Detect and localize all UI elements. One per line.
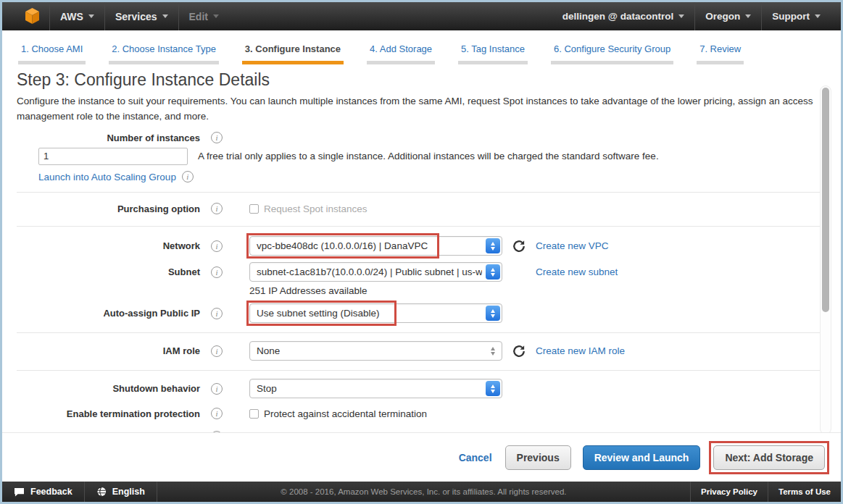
chevron-down-icon bbox=[162, 14, 168, 18]
subnet-select-value: subnet-c1ac81b7(10.0.0.0/24) | Public su… bbox=[257, 266, 482, 277]
refresh-icon[interactable] bbox=[512, 345, 526, 358]
subnet-label: Subnet bbox=[17, 266, 200, 277]
chevron-down-icon bbox=[88, 14, 94, 18]
request-spot-instances-checkbox[interactable] bbox=[249, 204, 259, 214]
globe-icon bbox=[96, 487, 107, 497]
services-menu-label: Services bbox=[115, 11, 157, 22]
region-menu-label: Oregon bbox=[705, 11, 740, 22]
tab-choose-ami[interactable]: 1. Choose AMI bbox=[18, 43, 86, 64]
tab-configure-instance[interactable]: 3. Configure Instance bbox=[242, 43, 344, 64]
configure-instance-form: Number of instances i A free trial only … bbox=[2, 131, 841, 446]
ip-addresses-available-text: 251 IP Addresses available bbox=[249, 285, 841, 297]
region-menu[interactable]: Oregon bbox=[695, 2, 761, 30]
page-title: Step 3: Configure Instance Details bbox=[17, 70, 841, 90]
console-footer: Feedback English © 2008 - 2016, Amazon W… bbox=[2, 482, 841, 502]
refresh-icon[interactable] bbox=[512, 240, 526, 253]
info-icon[interactable]: i bbox=[211, 383, 223, 395]
chevron-down-icon bbox=[678, 14, 684, 18]
select-stepper-icon bbox=[486, 381, 500, 396]
copyright-text: © 2008 - 2016, Amazon Web Services, Inc.… bbox=[157, 487, 690, 496]
terms-of-use-link[interactable]: Terms of Use bbox=[768, 482, 841, 502]
tab-tag-instance[interactable]: 5. Tag Instance bbox=[458, 43, 528, 64]
top-navbar: AWS Services Edit dellingen @ datacontro… bbox=[2, 2, 841, 30]
chevron-down-icon bbox=[745, 14, 751, 18]
shutdown-behavior-select[interactable]: Stop bbox=[249, 379, 502, 398]
number-of-instances-input[interactable] bbox=[38, 148, 188, 165]
account-menu-label: dellingen @ datacontrol bbox=[562, 11, 673, 22]
select-stepper-icon bbox=[486, 306, 500, 321]
info-icon[interactable]: i bbox=[211, 345, 223, 357]
aws-console-window: AWS Services Edit dellingen @ datacontro… bbox=[0, 0, 843, 504]
edit-menu[interactable]: Edit bbox=[179, 2, 229, 30]
aws-cube-logo-icon[interactable] bbox=[24, 7, 41, 25]
edit-menu-label: Edit bbox=[189, 11, 208, 22]
create-new-subnet-link[interactable]: Create new subnet bbox=[536, 266, 618, 277]
network-label: Network bbox=[17, 240, 200, 251]
enable-termination-protection-label: Enable termination protection bbox=[17, 408, 200, 419]
cancel-link[interactable]: Cancel bbox=[459, 452, 492, 463]
section-divider bbox=[17, 226, 828, 227]
section-divider bbox=[17, 192, 828, 193]
auto-assign-public-ip-select[interactable]: Use subnet setting (Disable) bbox=[249, 303, 502, 323]
info-icon[interactable]: i bbox=[211, 203, 223, 214]
language-button[interactable]: English bbox=[85, 482, 157, 502]
network-select[interactable]: vpc-bbe408dc (10.0.0.0/16) | DanaVPC bbox=[249, 236, 502, 256]
speech-bubble-icon bbox=[14, 487, 25, 497]
feedback-label: Feedback bbox=[30, 487, 72, 497]
tab-choose-instance-type[interactable]: 2. Choose Instance Type bbox=[109, 43, 219, 64]
scrollbar-thumb[interactable] bbox=[822, 88, 829, 312]
wizard-step-tabs: 1. Choose AMI 2. Choose Instance Type 3.… bbox=[2, 30, 841, 64]
previous-button[interactable]: Previous bbox=[505, 445, 571, 470]
chevron-down-icon bbox=[815, 14, 821, 18]
select-stepper-icon bbox=[486, 343, 500, 358]
info-icon[interactable]: i bbox=[211, 308, 223, 319]
launch-into-auto-scaling-group-link[interactable]: Launch into Auto Scaling Group bbox=[38, 172, 176, 182]
info-icon[interactable]: i bbox=[211, 408, 223, 419]
account-menu[interactable]: dellingen @ datacontrol bbox=[552, 2, 694, 30]
section-divider bbox=[17, 370, 828, 371]
create-new-vpc-link[interactable]: Create new VPC bbox=[536, 240, 609, 251]
iam-role-select[interactable]: None bbox=[249, 341, 502, 361]
main-content: Step 3: Configure Instance Details Confi… bbox=[2, 64, 841, 482]
section-divider bbox=[17, 332, 828, 333]
create-new-iam-role-link[interactable]: Create new IAM role bbox=[536, 345, 625, 356]
chevron-down-icon bbox=[213, 14, 219, 18]
services-menu[interactable]: Services bbox=[105, 2, 178, 30]
purchasing-option-label: Purchasing option bbox=[17, 203, 200, 214]
free-trial-helper-text: A free trial only applies to a single in… bbox=[198, 151, 659, 161]
network-select-value: vpc-bbe408dc (10.0.0.0/16) | DanaVPC bbox=[257, 240, 428, 251]
support-menu-label: Support bbox=[772, 11, 810, 22]
tab-add-storage[interactable]: 4. Add Storage bbox=[367, 43, 435, 64]
request-spot-instances-checkbox-label: Request Spot instances bbox=[264, 203, 367, 214]
tab-configure-security-group[interactable]: 6. Configure Security Group bbox=[551, 43, 673, 64]
subnet-select[interactable]: subnet-c1ac81b7(10.0.0.0/24) | Public su… bbox=[249, 262, 502, 282]
wizard-action-bar: Cancel Previous Review and Launch Next: … bbox=[2, 432, 841, 482]
info-icon[interactable]: i bbox=[182, 171, 194, 182]
info-icon[interactable]: i bbox=[211, 266, 223, 278]
shutdown-behavior-label: Shutdown behavior bbox=[17, 383, 200, 394]
privacy-policy-link[interactable]: Privacy Policy bbox=[691, 482, 768, 502]
page-description: Configure the instance to suit your requ… bbox=[17, 93, 818, 124]
select-stepper-icon bbox=[486, 264, 500, 280]
auto-assign-public-ip-select-value: Use subnet setting (Disable) bbox=[257, 308, 380, 319]
termination-protection-checkbox-label: Protect against accidental termination bbox=[264, 408, 427, 419]
tab-review[interactable]: 7. Review bbox=[697, 43, 744, 64]
review-and-launch-button[interactable]: Review and Launch bbox=[583, 445, 701, 470]
shutdown-behavior-select-value: Stop bbox=[257, 383, 277, 394]
feedback-button[interactable]: Feedback bbox=[2, 482, 84, 502]
iam-role-select-value: None bbox=[257, 345, 280, 356]
aws-menu-label: AWS bbox=[60, 11, 83, 22]
vertical-scrollbar[interactable] bbox=[820, 85, 831, 434]
select-stepper-icon bbox=[486, 238, 500, 253]
language-label: English bbox=[112, 487, 145, 497]
aws-menu[interactable]: AWS bbox=[50, 2, 104, 30]
number-of-instances-label: Number of instances bbox=[17, 133, 200, 143]
info-icon[interactable]: i bbox=[211, 132, 223, 143]
auto-assign-public-ip-label: Auto-assign Public IP bbox=[17, 308, 200, 319]
iam-role-label: IAM role bbox=[17, 345, 200, 356]
termination-protection-checkbox[interactable] bbox=[249, 409, 259, 419]
support-menu[interactable]: Support bbox=[762, 2, 831, 30]
info-icon[interactable]: i bbox=[211, 240, 223, 252]
next-add-storage-button[interactable]: Next: Add Storage bbox=[713, 445, 825, 470]
